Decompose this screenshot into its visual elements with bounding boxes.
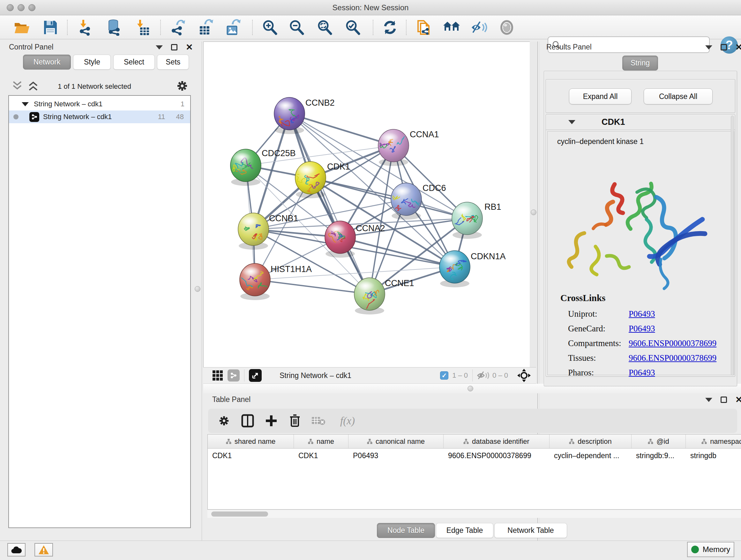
zoom-out-button[interactable] (287, 18, 307, 37)
network-row-selected[interactable]: String Network – cdk1 11 48 (9, 111, 190, 123)
table-column-header[interactable]: database identifier (444, 435, 549, 448)
window-title: Session: New Session (0, 0, 741, 15)
houses-icon (443, 20, 461, 35)
warning-icon (38, 545, 49, 555)
tab-sets[interactable]: Sets (157, 55, 189, 70)
collection-count: 1 (181, 100, 185, 108)
export-network-button[interactable] (169, 18, 188, 37)
delete-table-button[interactable] (308, 409, 329, 433)
tab-style[interactable]: Style (73, 55, 111, 70)
cloud-button[interactable] (7, 543, 25, 557)
node-label: CDC6 (422, 183, 446, 193)
table-column-header[interactable]: shared name (208, 435, 294, 448)
close-panel-icon[interactable]: ✕ (735, 396, 741, 403)
crosslinks-title: CrossLinks (560, 293, 605, 303)
table-cell[interactable]: CDK1 (294, 449, 348, 462)
left-splitter-handle[interactable] (195, 286, 200, 292)
panel-menu-icon[interactable] (705, 45, 712, 50)
tab-select[interactable]: Select (113, 55, 155, 70)
panel-menu-icon[interactable] (156, 45, 163, 50)
expand-all-button[interactable]: Expand All (569, 88, 631, 105)
tab-network[interactable]: Network (23, 55, 71, 70)
table-horizontal-scrollbar[interactable] (207, 509, 741, 518)
float-panel-icon[interactable] (721, 396, 727, 403)
table-tabs: Node Table Edge Table Network Table (377, 523, 568, 538)
table-cell[interactable]: 9606.ENSP00000378699 (444, 449, 549, 462)
plus-icon (265, 415, 277, 427)
crosslink-label: Pharos: (568, 368, 629, 378)
tab-network-table[interactable]: Network Table (494, 523, 567, 538)
memory-status-dot (691, 546, 699, 553)
refresh-button[interactable] (381, 18, 400, 37)
hide-panels-button[interactable] (470, 18, 489, 37)
table-cell[interactable]: stringdb (686, 449, 741, 462)
collection-expander-icon[interactable] (22, 102, 29, 106)
protein-structure-image (565, 154, 712, 291)
zoom-in-button[interactable] (260, 18, 280, 37)
table-cell[interactable]: CDK1 (208, 449, 294, 462)
crosslink-value-link[interactable]: P06493 (629, 309, 655, 319)
scrollbar-thumb[interactable] (211, 511, 268, 516)
results-buttons-box: Expand All Collapse All (546, 79, 735, 113)
float-panel-icon[interactable] (721, 44, 727, 51)
table-column-header[interactable]: namespace (686, 435, 741, 448)
results-scrollbar[interactable] (731, 116, 734, 375)
crosslink-value-link[interactable]: 9606.ENSP00000378699 (629, 338, 717, 348)
network-collection-row[interactable]: String Network – cdk1 1 (9, 98, 190, 111)
zoom-selected-button[interactable] (343, 18, 362, 37)
tab-string[interactable]: String (622, 56, 658, 71)
cdk1-expander-icon[interactable] (568, 120, 576, 124)
network-canvas[interactable]: CCNB2CCNA1CDC25BCDK1CDC6RB1CCNB1CCNA2CDK… (203, 42, 530, 367)
close-panel-icon[interactable]: ✕ (735, 44, 741, 51)
import-table-file-button[interactable] (133, 18, 152, 37)
crosslink-value-link[interactable]: 9606.ENSP00000378699 (629, 353, 717, 363)
table-column-header[interactable]: canonical name (348, 435, 444, 448)
cdk1-card-header[interactable]: CDK1 (546, 115, 735, 130)
birdseye-icon[interactable] (517, 368, 531, 382)
bottom-splitter-handle[interactable] (468, 386, 473, 391)
preview-sphere-button[interactable] (497, 18, 516, 37)
close-panel-icon[interactable]: ✕ (186, 44, 193, 51)
import-network-file-button[interactable] (76, 18, 95, 37)
table-row[interactable]: CDK1CDK1P064939606.ENSP00000378699cyclin… (208, 449, 741, 462)
table-column-header[interactable]: @id (631, 435, 686, 448)
collapse-all-button[interactable]: Collapse All (644, 88, 713, 105)
tab-node-table[interactable]: Node Table (377, 523, 435, 538)
panel-menu-icon[interactable] (705, 398, 712, 402)
detach-view-icon[interactable] (249, 369, 262, 382)
show-columns-button[interactable] (238, 409, 258, 433)
table-cell[interactable]: P06493 (348, 449, 444, 462)
tab-edge-table[interactable]: Edge Table (436, 523, 493, 538)
table-cell[interactable]: cyclin–dependent ... (549, 449, 631, 462)
table-column-header[interactable]: description (549, 435, 631, 448)
node-label: CCNB2 (306, 98, 335, 108)
right-splitter-handle[interactable] (531, 209, 536, 215)
clone-network-button[interactable] (414, 18, 433, 37)
crosslink-value-link[interactable]: P06493 (629, 324, 655, 334)
selected-nodes-checkbox[interactable]: ✓ (440, 371, 448, 380)
import-table-icon (134, 19, 150, 36)
float-panel-icon[interactable] (171, 44, 178, 51)
table-settings-button[interactable] (214, 409, 234, 433)
memory-button[interactable]: Memory (687, 542, 734, 557)
home-panels-button[interactable] (442, 18, 461, 37)
save-session-button[interactable] (41, 18, 60, 37)
delete-column-button[interactable] (285, 409, 305, 433)
table-cell[interactable]: stringdb:9... (631, 449, 686, 462)
table-column-header[interactable]: name (294, 435, 348, 448)
export-table-button[interactable] (196, 18, 215, 37)
export-image-button[interactable] (223, 18, 243, 37)
grid-view-icon[interactable] (212, 370, 223, 381)
import-network-database-button[interactable] (104, 18, 123, 37)
function-builder-button[interactable]: f(x) (333, 409, 362, 433)
warnings-button[interactable] (35, 543, 53, 557)
open-session-button[interactable] (12, 18, 31, 37)
zoom-fit-button[interactable] (315, 18, 334, 37)
network-options-gear-icon[interactable] (176, 80, 188, 92)
network-icon-gray[interactable] (227, 369, 240, 381)
add-column-button[interactable] (261, 409, 281, 433)
open-folder-icon (13, 20, 30, 35)
node-label: CCNB1 (269, 213, 298, 223)
hidden-eye-icon[interactable] (477, 371, 489, 380)
crosslink-value-link[interactable]: P06493 (629, 368, 655, 378)
